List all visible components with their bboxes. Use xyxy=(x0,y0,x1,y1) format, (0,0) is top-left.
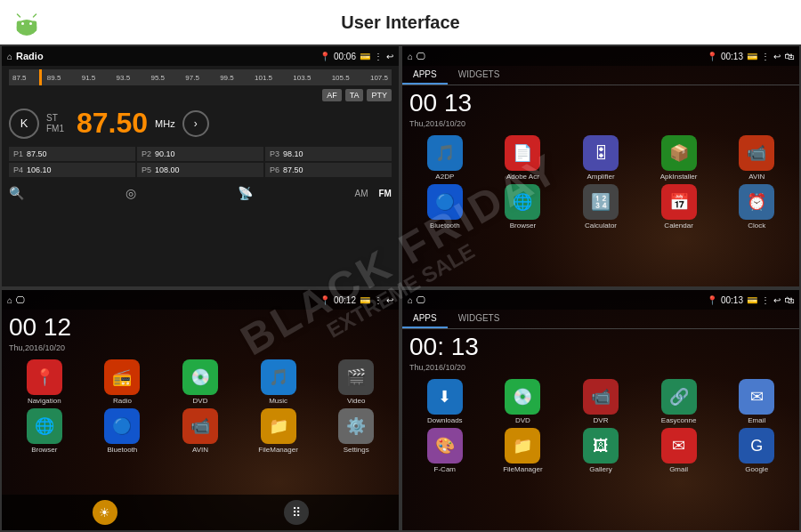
page-header: User Interface xyxy=(0,0,801,44)
card-icon-3: 💳 xyxy=(360,295,370,305)
radio-icon: 📻 xyxy=(104,359,140,395)
filemanager-icon-3: 📁 xyxy=(261,408,296,444)
google-label: Google xyxy=(745,465,768,473)
browser-label-3: Browser xyxy=(31,446,57,454)
easyconnect-icon: 🔗 xyxy=(661,379,697,415)
sun-bottom-icon[interactable]: ☀ xyxy=(93,500,117,525)
fm-button[interactable]: FM xyxy=(379,189,392,198)
menu-icon-3: ⋮ xyxy=(374,295,383,305)
eq-icon[interactable]: ◎ xyxy=(125,186,136,200)
a2dp-label: A2DP xyxy=(435,173,454,181)
app-google[interactable]: G Google xyxy=(719,428,794,473)
tab-widgets[interactable]: WIDGETS xyxy=(448,66,511,85)
calculator-label: Calculator xyxy=(585,222,617,230)
forward-button[interactable]: › xyxy=(182,110,209,137)
app-dvd-3[interactable]: 💿 DVD xyxy=(163,359,238,405)
preset-1[interactable]: P187.50 xyxy=(9,147,135,161)
app-radio[interactable]: 📻 Radio xyxy=(85,359,160,405)
card-icon-4: 💳 xyxy=(747,295,757,305)
app-clock[interactable]: ⏰ Clock xyxy=(719,184,794,230)
filemanager-label-3: FileManager xyxy=(258,446,297,454)
app-dvr[interactable]: 📹 DVR xyxy=(563,379,638,424)
app-music[interactable]: 🎵 Music xyxy=(241,359,316,405)
screen4-icon: 🖵 xyxy=(417,295,425,305)
app-downloads[interactable]: ⬇ Downloads xyxy=(408,379,482,424)
antenna-icon[interactable]: 📡 xyxy=(238,186,253,200)
google-icon: G xyxy=(739,428,774,463)
clock-date-2: Thu,2016/10/20 xyxy=(409,119,472,128)
app-easyconnect[interactable]: 🔗 Easyconne xyxy=(642,379,716,424)
tab-widgets-4[interactable]: WIDGETS xyxy=(448,310,511,328)
home-clock: 00 12 Thu,2016/10/20 xyxy=(2,310,399,356)
app-gallery[interactable]: 🖼 Gallery xyxy=(563,428,638,473)
app-fcam[interactable]: 🎨 F-Cam xyxy=(408,428,482,473)
preset-6[interactable]: P687.50 xyxy=(265,163,392,177)
app-email[interactable]: ✉ Email xyxy=(719,379,794,424)
app-browser-3[interactable]: 🌐 Browser xyxy=(7,408,82,454)
preset-2[interactable]: P290.10 xyxy=(137,147,263,161)
apps-bottom-icon[interactable]: ⠿ xyxy=(284,500,309,525)
app-video[interactable]: 🎬 Video xyxy=(319,359,393,405)
apps2-overlay: ⌂ 🖵 📍 00:13 💳 ⋮ ↩ 🛍 APPS WIDGETS xyxy=(402,290,799,477)
app-adobe[interactable]: 📄 Adobe Acr xyxy=(486,135,561,181)
app-gmail[interactable]: ✉ Gmail xyxy=(642,428,716,473)
shop-icon-4: 🛍 xyxy=(784,294,794,305)
am-button[interactable]: AM xyxy=(355,189,368,198)
calendar-label: Calendar xyxy=(664,222,692,230)
clock-icon: ⏰ xyxy=(739,184,774,220)
search-icon[interactable]: 🔍 xyxy=(9,186,24,200)
app-bluetooth-3[interactable]: 🔵 Bluetooth xyxy=(85,408,160,454)
clock-widget-4: 00: 13 Thu,2016/10/20 xyxy=(402,331,799,375)
k-button[interactable]: K xyxy=(9,109,39,139)
svg-line-5 xyxy=(34,14,36,17)
ta-button[interactable]: TA xyxy=(345,89,364,101)
app-browser-2[interactable]: 🌐 Browser xyxy=(486,184,561,230)
app-bluetooth-2[interactable]: 🔵 Bluetooth xyxy=(408,184,482,230)
clock-date-3: Thu,2016/10/20 xyxy=(9,343,71,352)
app-a2dp[interactable]: 🎵 A2DP xyxy=(408,135,482,181)
af-row: AF TA PTY xyxy=(9,89,392,101)
app-calendar[interactable]: 📅 Calendar xyxy=(642,184,716,230)
app-apkinstaller[interactable]: 📦 ApkInstaller xyxy=(642,135,716,181)
browser-icon-3: 🌐 xyxy=(27,408,62,444)
preset-5[interactable]: P5108.00 xyxy=(137,163,263,177)
home-icon-2: ⌂ xyxy=(408,52,413,61)
screen3-icon: 🖵 xyxy=(16,295,25,305)
tab-apps-4[interactable]: APPS xyxy=(402,310,448,328)
preset-4[interactable]: P4106.10 xyxy=(9,163,135,177)
amplifier-label: Amplifier xyxy=(587,173,614,181)
dvr-label: DVR xyxy=(594,416,609,424)
navigation-label: Navigation xyxy=(28,397,61,405)
time-2: 00:13 xyxy=(721,52,743,61)
home-apps-grid: 📍 Navigation 📻 Radio 💿 DVD 🎵 Music 🎬 xyxy=(2,356,399,457)
app-avin[interactable]: 📹 AVIN xyxy=(719,135,794,181)
app-calculator[interactable]: 🔢 Calculator xyxy=(563,184,638,230)
screen-apps: ⌂ 🖵 📍 00:13 💳 ⋮ ↩ 🛍 APPS WIDGETS xyxy=(400,44,801,288)
avin-icon-2: 📹 xyxy=(739,135,774,171)
screen-apps2: ⌂ 🖵 📍 00:13 💳 ⋮ ↩ 🛍 APPS WIDGETS xyxy=(400,288,801,532)
radio-label: Radio xyxy=(113,397,132,405)
video-label: Video xyxy=(347,397,365,405)
pty-button[interactable]: PTY xyxy=(367,89,392,101)
bluetooth-label-2: Bluetooth xyxy=(430,222,460,230)
home-bottom-bar: ☀ ⠿ xyxy=(2,495,399,530)
tab-apps[interactable]: APPS xyxy=(402,66,448,85)
apps-icons-grid-2: 🎵 A2DP 📄 Adobe Acr 🎛 Amplifier 📦 ApkInst… xyxy=(402,132,799,233)
screen-home: ⌂ 🖵 📍 00:12 💳 ⋮ ↩ 00 12 Thu,2016/10/20 xyxy=(0,288,400,532)
menu-icon-1: ⋮ xyxy=(374,52,383,61)
app-settings[interactable]: ⚙️ Settings xyxy=(319,408,393,454)
preset-3[interactable]: P398.10 xyxy=(265,147,392,161)
clock-widget-2: 00 13 Thu,2016/10/20 xyxy=(402,87,799,132)
app-amplifier[interactable]: 🎛 Amplifier xyxy=(563,135,638,181)
radio-screen-title: Radio xyxy=(16,51,44,61)
dvd-label-3: DVD xyxy=(193,397,208,405)
app-filemanager-4[interactable]: 📁 FileManager xyxy=(486,428,561,473)
amplifier-icon: 🎛 xyxy=(583,135,619,171)
map-pin-icon-1: 📍 xyxy=(320,52,330,61)
app-filemanager-3[interactable]: 📁 FileManager xyxy=(241,408,316,454)
dvr-icon: 📹 xyxy=(583,379,619,415)
app-avin-3[interactable]: 📹 AVIN xyxy=(163,408,238,454)
af-button[interactable]: AF xyxy=(322,89,342,101)
app-navigation[interactable]: 📍 Navigation xyxy=(7,359,82,405)
app-dvd-4[interactable]: 💿 DVD xyxy=(486,379,561,424)
